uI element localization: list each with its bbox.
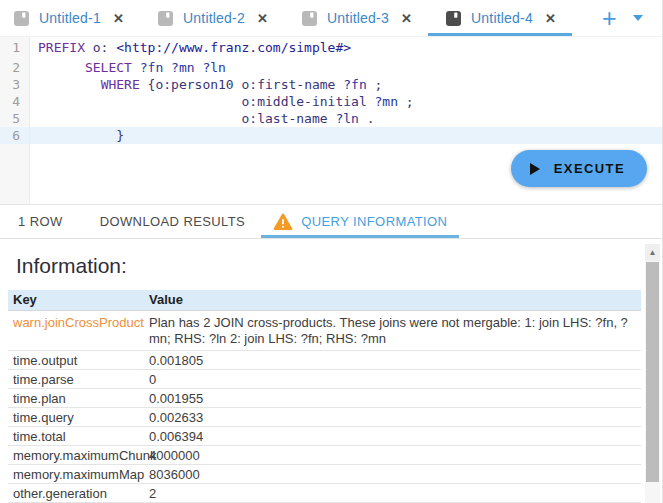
close-tab-icon[interactable]: ✕ (113, 11, 124, 26)
play-icon (530, 163, 540, 175)
query-information-panel: Information: KeyValue warn.joinCrossProd… (0, 239, 662, 503)
key-cell: memory.maximumMap (8, 465, 144, 484)
tab-label: Untitled-4 (471, 10, 533, 26)
save-icon (158, 11, 173, 26)
code-line-text: o:last-name ?ln . (30, 110, 375, 127)
vertical-scrollbar[interactable]: ▲ (645, 244, 660, 503)
table-row-time-output: time.output0.001805 (8, 351, 641, 370)
line-number: 2 (0, 59, 30, 76)
editor-tab-untitled-3[interactable]: Untitled-3 ✕ (288, 0, 432, 36)
sparql-code-editor[interactable]: 1 PREFIX o: <http://www.franz.com/simple… (0, 37, 662, 205)
key-cell: warn.joinCrossProduct (8, 311, 144, 351)
value-cell: 2 (144, 484, 641, 503)
key-cell: time.output (8, 351, 144, 370)
table-row-warn-joincrossproduct: warn.joinCrossProductPlan has 2 JOIN cro… (8, 311, 641, 351)
close-tab-icon[interactable]: ✕ (401, 11, 412, 26)
line-number: 4 (0, 93, 30, 110)
results-tab-label: QUERY INFORMATION (301, 214, 447, 229)
key-cell: time.total (8, 427, 144, 446)
save-icon (302, 11, 317, 26)
code-line-text: o:middle-initial ?mn ; (30, 93, 414, 110)
query-editor-window: Untitled-1 ✕ Untitled-2 ✕ Untitled-3 ✕ U… (0, 0, 663, 503)
value-cell: 0.002633 (144, 408, 641, 427)
info-heading: Information: (16, 254, 662, 278)
tab-label: Untitled-3 (327, 10, 389, 26)
code-line[interactable]: 6 } (0, 127, 662, 144)
value-cell: 0 (144, 370, 641, 389)
code-line-text (30, 144, 38, 204)
results-tab-label: DOWNLOAD RESULTS (100, 214, 246, 229)
results-tab-bar: 1 ROW DOWNLOAD RESULTS QUERY INFORMATION (0, 205, 662, 239)
tab-label: Untitled-2 (183, 10, 245, 26)
table-row-time-parse: time.parse0 (8, 370, 641, 389)
value-cell: 8036000 (144, 465, 641, 484)
code-line-text: PREFIX o: <http://www.franz.com/simple#> (30, 37, 351, 59)
table-row-time-total: time.total0.006394 (8, 427, 641, 446)
editor-tabs: Untitled-1 ✕ Untitled-2 ✕ Untitled-3 ✕ U… (0, 0, 576, 36)
table-row-memory-maximumchunk: memory.maximumChunk4000000 (8, 446, 641, 465)
warning-icon (273, 213, 293, 231)
code-line[interactable]: 4 o:middle-initial ?mn ; (0, 93, 662, 110)
close-tab-icon[interactable]: ✕ (545, 11, 556, 26)
code-line-text: SELECT ?fn ?mn ?ln (30, 59, 226, 76)
results-tab-1-row[interactable]: 1 ROW (18, 205, 63, 238)
value-cell: 4000000 (144, 446, 641, 465)
line-number: 5 (0, 110, 30, 127)
key-cell: time.parse (8, 370, 144, 389)
value-cell: 0.001955 (144, 389, 641, 408)
scrollbar-thumb[interactable] (646, 262, 659, 482)
editor-tab-untitled-1[interactable]: Untitled-1 ✕ (0, 0, 144, 36)
value-cell: 0.001805 (144, 351, 641, 370)
execute-button-label: EXECUTE (554, 161, 625, 176)
table-header-key: Key (8, 290, 144, 311)
execute-button[interactable]: EXECUTE (511, 150, 647, 187)
save-icon (14, 11, 29, 26)
key-cell: time.plan (8, 389, 144, 408)
table-row-time-plan: time.plan0.001955 (8, 389, 641, 408)
results-tab-download-results[interactable]: DOWNLOAD RESULTS (100, 205, 246, 238)
results-tab-query-information[interactable]: QUERY INFORMATION (261, 205, 459, 238)
results-tab-label: 1 ROW (18, 214, 63, 229)
code-line-text: } (30, 127, 124, 144)
code-line[interactable]: 3 WHERE {o:person10 o:first-name ?fn ; (0, 76, 662, 93)
line-number (0, 144, 30, 204)
table-row-time-query: time.query0.002633 (8, 408, 641, 427)
editor-tab-untitled-2[interactable]: Untitled-2 ✕ (144, 0, 288, 36)
line-number: 1 (0, 37, 30, 59)
chevron-down-icon[interactable] (633, 15, 643, 21)
code-line[interactable]: 2 SELECT ?fn ?mn ?ln (0, 59, 662, 76)
code-line[interactable]: 1 PREFIX o: <http://www.franz.com/simple… (0, 37, 662, 59)
table-row-other-generation: other.generation2 (8, 484, 641, 503)
key-cell: other.generation (8, 484, 144, 503)
table-header-row: KeyValue (8, 290, 641, 311)
new-tab-button[interactable]: + (602, 6, 617, 31)
close-tab-icon[interactable]: ✕ (257, 11, 268, 26)
table-row-memory-maximummap: memory.maximumMap8036000 (8, 465, 641, 484)
save-icon (446, 11, 461, 26)
key-cell: time.query (8, 408, 144, 427)
line-number: 3 (0, 76, 30, 93)
scroll-up-arrow-icon[interactable]: ▲ (645, 244, 660, 261)
editor-tab-bar: Untitled-1 ✕ Untitled-2 ✕ Untitled-3 ✕ U… (0, 0, 662, 37)
editor-tab-untitled-4[interactable]: Untitled-4 ✕ (432, 0, 576, 36)
key-cell: memory.maximumChunk (8, 446, 144, 465)
value-cell: Plan has 2 JOIN cross-products. These jo… (144, 311, 641, 351)
value-cell: 0.006394 (144, 427, 641, 446)
table-header-value: Value (144, 290, 641, 311)
code-line-text: WHERE {o:person10 o:first-name ?fn ; (30, 76, 382, 93)
line-number: 6 (0, 127, 30, 144)
info-table: KeyValue warn.joinCrossProductPlan has 2… (8, 290, 641, 503)
code-line[interactable]: 5 o:last-name ?ln . (0, 110, 662, 127)
tab-label: Untitled-1 (39, 10, 101, 26)
